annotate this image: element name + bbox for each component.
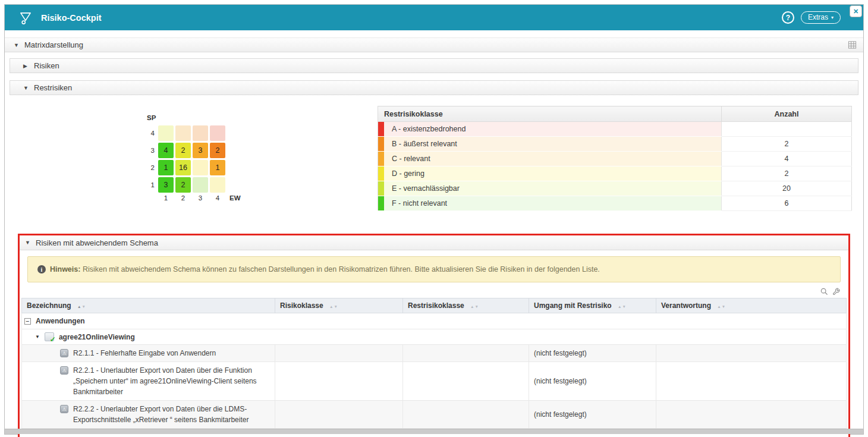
matrix-view-icon[interactable] — [848, 40, 857, 49]
risk-row[interactable]: ⚠ R2.2.2 - Unerlaubter Export von Daten … — [22, 401, 847, 429]
collapse-expanded-icon: ▼ — [14, 42, 20, 48]
settings-wrench-icon[interactable] — [832, 288, 840, 295]
risk-risikoklasse — [275, 362, 403, 401]
class-count: 4 — [722, 152, 852, 166]
risk-restrisikoklasse — [403, 345, 529, 362]
table-row: E - vernachlässigbar 20 — [378, 181, 852, 196]
matrix-row: 1 3 2 — [146, 177, 241, 193]
group-label: Anwendungen — [36, 317, 85, 325]
column-header-risikoklasse[interactable]: Risikoklasse ▲▼ — [275, 298, 403, 313]
matrix-cell — [193, 177, 208, 193]
horizontal-scrollbar[interactable] — [5, 429, 863, 434]
matrix-x-axis: 1 2 3 4 EW — [146, 194, 241, 202]
column-header-verantwortung[interactable]: Verantwortung ▲▼ — [656, 298, 847, 313]
table-row: F - nicht relevant 6 — [378, 196, 852, 211]
risk-row[interactable]: ⚠ R2.1.1 - Fehlerhafte Eingabe von Anwen… — [22, 345, 847, 362]
matrix-cell: 2 — [175, 177, 191, 193]
application-icon: ✓ — [45, 332, 54, 341]
matrix-y-axis-label: SP — [147, 114, 241, 121]
info-icon: i — [37, 265, 46, 273]
matrix-cell: 3 — [158, 177, 174, 193]
class-label: C - relevant — [392, 155, 430, 163]
class-label: B - äußerst relevant — [392, 140, 457, 148]
sort-icons[interactable]: ▲▼ — [329, 304, 338, 309]
matrix-cell: 3 — [193, 143, 208, 158]
sort-icons[interactable]: ▲▼ — [470, 304, 479, 309]
section-header-restrisiken[interactable]: ▼ Restrisiken — [10, 80, 858, 95]
help-button[interactable]: ? — [782, 11, 794, 24]
table-row: B - äußerst relevant 2 — [378, 137, 852, 152]
risk-bezeichnung: R2.2.1 - Unerlaubter Export von Daten üb… — [73, 365, 270, 397]
section-title: Risiken mit abweichendem Schema — [36, 238, 158, 247]
section-header-matrixdarstellung[interactable]: ▼ Matrixdarstellung — [5, 37, 863, 52]
screen: Risiko-Cockpit ? Extras ▾ ✕ ▼ Matrixdars… — [0, 0, 868, 437]
table-header-row: Restrisikoklasse Anzahl — [378, 106, 852, 122]
schema-table: Bezeichnung ▲▼ Risikoklasse ▲▼ Restrisik… — [21, 298, 847, 429]
section-title: Risiken — [34, 61, 59, 70]
class-color-bar — [378, 196, 384, 210]
column-header-bezeichnung[interactable]: Bezeichnung ▲▼ — [22, 298, 275, 313]
class-label: D - gering — [392, 169, 424, 178]
class-color-bar — [378, 166, 384, 181]
risk-risikoklasse — [275, 401, 403, 429]
class-count — [722, 122, 852, 137]
risk-icon: ⚠ — [60, 405, 68, 413]
matrix-cell — [210, 177, 225, 193]
collapse-expanded-icon: ▼ — [23, 85, 29, 91]
search-icon[interactable] — [820, 287, 828, 295]
class-count: 2 — [722, 137, 852, 152]
titlebar-actions: ? Extras ▾ — [782, 11, 841, 24]
matrix-x-axis-label: EW — [229, 194, 241, 202]
matrix-row: 2 1 16 1 — [146, 160, 241, 175]
extras-button[interactable]: Extras ▾ — [801, 11, 841, 24]
class-label: E - vernachlässigbar — [392, 184, 460, 193]
risk-icon: ⚠ — [60, 366, 68, 375]
matrix-cell: 2 — [210, 143, 225, 158]
class-color-bar — [378, 137, 384, 151]
x-tick: 2 — [175, 194, 191, 202]
window-close-button[interactable]: ✕ — [850, 5, 862, 17]
risk-verantwortung — [656, 401, 847, 429]
risk-bezeichnung: R2.1.1 - Fehlerhafte Eingabe von Anwende… — [73, 348, 216, 359]
column-header-restrisikoklasse: Restrisikoklasse — [378, 106, 722, 122]
risk-restrisikoklasse — [403, 401, 529, 429]
subgroup-row-agree21onlineviewing[interactable]: ▼ ✓ agree21OnlineViewing — [22, 329, 847, 345]
section-title: Matrixdarstellung — [24, 40, 83, 49]
tree-expand-icon[interactable]: ▼ — [35, 334, 40, 339]
matrix-cell — [193, 160, 208, 175]
app-window: Risiko-Cockpit ? Extras ▾ ✕ ▼ Matrixdars… — [4, 4, 864, 435]
matrix-cell: 1 — [158, 160, 174, 175]
risk-row[interactable]: ⚠ R2.2.1 - Unerlaubter Export von Daten … — [22, 362, 847, 401]
risk-bezeichnung: R2.2.2 - Unerlaubter Export von Daten üb… — [73, 404, 270, 425]
group-row-anwendungen[interactable]: − Anwendungen — [22, 313, 847, 329]
schema-section-highlight: ▼ Risiken mit abweichendem Schema i Hinw… — [18, 234, 850, 437]
extras-label: Extras — [808, 13, 828, 21]
risk-risikoklasse — [275, 345, 403, 362]
sort-icons[interactable]: ▲▼ — [618, 304, 627, 309]
x-tick: 3 — [193, 194, 208, 202]
app-title: Risiko-Cockpit — [41, 13, 102, 23]
x-tick: 4 — [210, 194, 225, 202]
column-header-umgang[interactable]: Umgang mit Restrisiko ▲▼ — [529, 298, 656, 313]
matrix-row: 3 4 2 3 2 — [146, 143, 241, 158]
class-count: 2 — [722, 166, 852, 181]
matrix-row: 4 — [146, 125, 241, 141]
risk-verantwortung — [656, 362, 847, 401]
restrisiken-panel: SP 4 3 4 2 3 2 — [5, 102, 863, 221]
sort-icons[interactable]: ▲▼ — [77, 304, 86, 309]
class-label: F - nicht relevant — [392, 199, 447, 208]
matrix-cell: 1 — [210, 160, 225, 175]
column-header-restrisikoklasse[interactable]: Restrisikoklasse ▲▼ — [403, 298, 529, 313]
class-color-bar — [378, 152, 384, 166]
section-header-schema[interactable]: ▼ Risiken mit abweichendem Schema — [20, 235, 848, 250]
collapse-minus-icon[interactable]: − — [24, 318, 31, 325]
risk-icon: ⚠ — [60, 349, 68, 357]
sort-icons[interactable]: ▲▼ — [717, 304, 726, 309]
class-color-bar — [378, 181, 384, 196]
class-count: 6 — [722, 196, 852, 211]
y-tick: 4 — [146, 130, 155, 137]
matrix-cell — [175, 125, 191, 141]
y-tick: 1 — [146, 181, 155, 188]
matrix-cell: 2 — [175, 143, 191, 158]
section-header-risiken[interactable]: ▶ Risiken — [10, 58, 858, 73]
